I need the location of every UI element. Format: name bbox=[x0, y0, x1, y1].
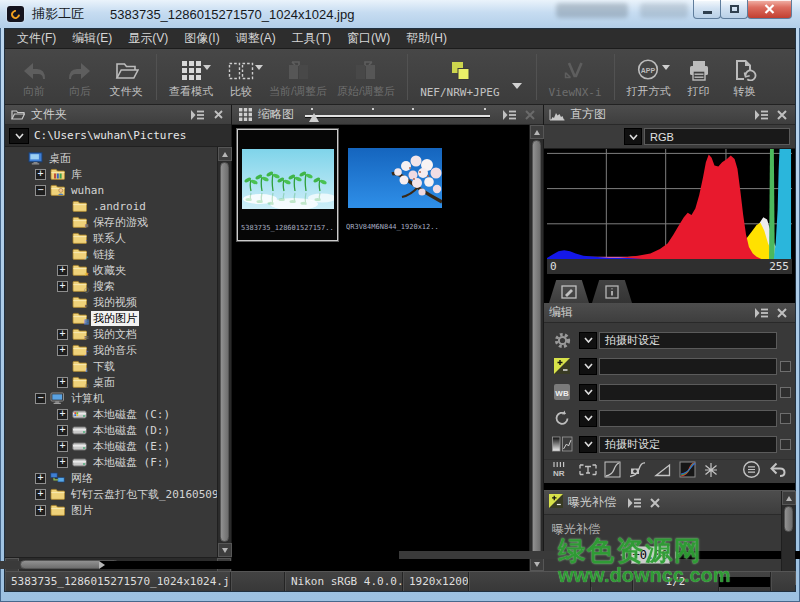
menu-item-1[interactable]: 编辑(E) bbox=[64, 28, 120, 49]
app-icon[interactable] bbox=[7, 6, 24, 22]
panel-menu-button[interactable] bbox=[753, 108, 769, 122]
prev-page-button[interactable] bbox=[591, 572, 633, 591]
tree-item-13[interactable]: ↓下载 bbox=[5, 358, 217, 374]
menu-item-6[interactable]: 窗口(W) bbox=[339, 28, 398, 49]
edit-row-combo[interactable]: 拍摄时设定 bbox=[579, 436, 777, 453]
combo-value[interactable] bbox=[599, 384, 777, 401]
maximize-button[interactable] bbox=[720, 0, 748, 19]
folder-path-combo[interactable]: C:\Users\wuhan\Pictures bbox=[5, 125, 231, 147]
panel-close-button[interactable] bbox=[774, 306, 790, 320]
toolbar-nef-jpeg-button[interactable]: NEF/NRW+JPEG bbox=[415, 51, 504, 103]
slider-track[interactable] bbox=[305, 115, 490, 117]
tree-item-17[interactable]: +本地磁盘 (D:) bbox=[5, 422, 217, 438]
thumbnail-size-slider[interactable] bbox=[305, 107, 490, 123]
combo-dropdown-button[interactable] bbox=[579, 436, 597, 453]
tree-item-label[interactable]: 我的音乐 bbox=[91, 343, 139, 358]
shape-tool-button[interactable] bbox=[654, 462, 672, 482]
tree-item-label[interactable]: 保存的游戏 bbox=[91, 215, 150, 230]
combo-value[interactable]: 拍摄时设定 bbox=[599, 436, 777, 453]
scrollbar-thumb[interactable] bbox=[784, 506, 793, 532]
tree-item-label[interactable]: 库 bbox=[69, 167, 84, 182]
tree-expander[interactable]: − bbox=[35, 393, 46, 404]
scroll-up-button[interactable] bbox=[782, 491, 796, 505]
edit-row-combo[interactable]: 拍摄时设定 bbox=[579, 332, 777, 349]
toolbar-current-adjusted-button[interactable]: 当前/调整后 bbox=[264, 51, 332, 103]
tree-item-label[interactable]: 我的文档 bbox=[91, 327, 139, 342]
thumbnail-cell-0[interactable]: 5383735_128601527157... bbox=[237, 129, 338, 241]
panel-menu-button[interactable] bbox=[753, 306, 769, 320]
tree-item-label[interactable]: .android bbox=[91, 200, 148, 213]
tree-item-14[interactable]: +▫桌面 bbox=[5, 374, 217, 390]
panel-close-button[interactable] bbox=[647, 496, 663, 510]
tree-item-label[interactable]: 本地磁盘 (C:) bbox=[91, 407, 172, 422]
scrollbar-thumb[interactable] bbox=[220, 162, 229, 542]
tree-item-5[interactable]: ·联系人 bbox=[5, 230, 217, 246]
tree-item-2[interactable]: −wuhan bbox=[5, 182, 217, 198]
history-button[interactable] bbox=[742, 460, 761, 483]
tree-item-9[interactable]: ▸我的视频 bbox=[5, 294, 217, 310]
tree-item-10[interactable]: ▦我的图片 bbox=[5, 310, 217, 326]
panel-menu-button[interactable] bbox=[501, 108, 517, 122]
tree-item-11[interactable]: +≡我的文档 bbox=[5, 326, 217, 342]
tree-item-19[interactable]: +本地磁盘 (F:) bbox=[5, 454, 217, 470]
toolbar-arrow-left-button[interactable]: 向前 bbox=[11, 51, 57, 103]
scroll-up-button[interactable] bbox=[218, 147, 232, 161]
tree-expander[interactable]: + bbox=[57, 281, 68, 292]
exposure-value[interactable]: +0.00 bbox=[631, 546, 669, 564]
noise-reduction-tool-button[interactable]: NR bbox=[552, 461, 572, 482]
menu-item-7[interactable]: 帮助(H) bbox=[398, 28, 455, 49]
tree-item-12[interactable]: +♪我的音乐 bbox=[5, 342, 217, 358]
menu-item-0[interactable]: 文件(F) bbox=[9, 28, 64, 49]
tree-item-3[interactable]: .android bbox=[5, 198, 217, 214]
next-page-button[interactable] bbox=[719, 572, 771, 591]
tab-info[interactable] bbox=[592, 280, 632, 303]
apply-checkbox[interactable] bbox=[780, 413, 791, 424]
tree-expander[interactable]: + bbox=[35, 169, 46, 180]
toolbar-original-adjusted-button[interactable]: 原始/调整后 bbox=[332, 51, 400, 103]
toolbar-app-circle-button[interactable]: APP打开方式 bbox=[622, 51, 676, 103]
apply-checkbox[interactable] bbox=[780, 439, 791, 450]
tree-item-label[interactable]: 桌面 bbox=[91, 375, 117, 390]
tree-expander[interactable]: + bbox=[35, 489, 46, 500]
tree-item-label[interactable]: 联系人 bbox=[91, 231, 128, 246]
panel-close-button[interactable] bbox=[774, 108, 790, 122]
tree-expander[interactable]: + bbox=[35, 473, 46, 484]
tab-edit[interactable] bbox=[549, 280, 589, 303]
combo-dropdown-button[interactable] bbox=[579, 384, 597, 401]
apply-checkbox[interactable] bbox=[780, 361, 791, 372]
tree-item-label[interactable]: 钉钉云盘打包下载_20160509_15_ bbox=[69, 487, 217, 502]
levels-curve-tool-button[interactable] bbox=[604, 461, 621, 482]
tree-expander[interactable]: − bbox=[35, 185, 46, 196]
edit-row-combo[interactable] bbox=[579, 358, 777, 375]
tree-item-15[interactable]: −计算机 bbox=[5, 390, 217, 406]
tree-item-label[interactable]: 桌面 bbox=[47, 151, 73, 166]
tree-item-label[interactable]: 本地磁盘 (E:) bbox=[91, 439, 172, 454]
scroll-left-button[interactable] bbox=[5, 558, 19, 572]
scroll-up-button[interactable] bbox=[530, 125, 544, 139]
tree-item-21[interactable]: +钉钉云盘打包下载_20160509_15_ bbox=[5, 486, 217, 502]
tree-item-label[interactable]: 计算机 bbox=[69, 391, 106, 406]
tree-expander[interactable]: + bbox=[57, 329, 68, 340]
tree-expander[interactable]: + bbox=[57, 265, 68, 276]
retouch-sparkle-tool-button[interactable] bbox=[703, 462, 719, 482]
tree-expander[interactable]: + bbox=[57, 377, 68, 388]
panel-menu-button[interactable] bbox=[189, 108, 205, 122]
scroll-down-button[interactable] bbox=[218, 543, 232, 557]
toolbar-caret-down-button[interactable] bbox=[505, 51, 529, 103]
combo-dropdown-button[interactable] bbox=[579, 410, 597, 427]
edit-row-combo[interactable] bbox=[579, 384, 777, 401]
tree-item-label[interactable]: 图片 bbox=[69, 503, 95, 518]
tree-item-label[interactable]: 收藏夹 bbox=[91, 263, 128, 278]
folder-tree-hscrollbar[interactable] bbox=[5, 557, 231, 571]
tree-item-8[interactable]: +○搜索 bbox=[5, 278, 217, 294]
panel-menu-button[interactable] bbox=[626, 496, 642, 510]
tree-item-label[interactable]: wuhan bbox=[69, 184, 106, 197]
thumbnails-vscrollbar[interactable] bbox=[529, 125, 543, 571]
tree-item-1[interactable]: +库 bbox=[5, 166, 217, 182]
toolbar-printer-button[interactable]: 打印 bbox=[676, 51, 722, 103]
thumbnail-cell-1[interactable]: QR3V84M6N844_1920x12... bbox=[343, 129, 444, 239]
tree-expander[interactable]: + bbox=[35, 505, 46, 516]
thumbnail-art[interactable] bbox=[348, 148, 440, 208]
tree-item-label[interactable]: 链接 bbox=[91, 247, 117, 262]
combo-value[interactable] bbox=[599, 410, 777, 427]
